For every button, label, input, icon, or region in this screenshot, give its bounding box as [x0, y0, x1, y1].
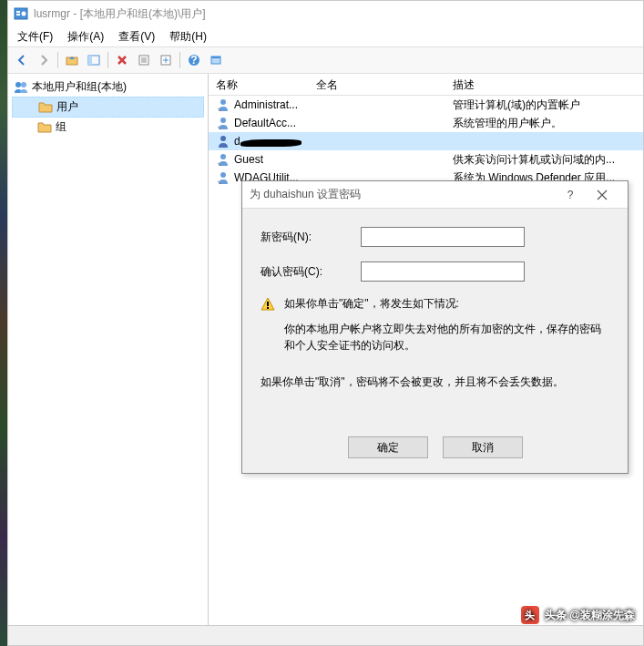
window-title: lusrmgr - [本地用户和组(本地)\用户]: [34, 6, 206, 22]
export-button[interactable]: [156, 50, 176, 70]
confirm-password-label: 确认密码(C):: [261, 264, 361, 280]
svg-rect-1: [16, 11, 20, 13]
refresh-button[interactable]: [134, 50, 154, 70]
user-name: Guest: [234, 153, 263, 166]
forward-button[interactable]: [34, 50, 54, 70]
redacted-scribble: [240, 139, 302, 147]
users-group-icon: [14, 80, 28, 95]
close-icon: [597, 190, 608, 200]
tree-groups[interactable]: 组: [12, 118, 204, 137]
user-icon: [216, 170, 230, 185]
svg-point-3: [22, 12, 26, 16]
list-row[interactable]: d: [209, 132, 643, 150]
list-header: 名称 全名 描述: [209, 74, 643, 96]
svg-point-13: [15, 82, 21, 87]
help-button[interactable]: ?: [184, 50, 204, 70]
dialog-titlebar: 为 duhaishun 设置密码 ?: [242, 181, 628, 209]
panel-button[interactable]: [84, 50, 104, 70]
svg-rect-2: [16, 14, 20, 15]
up-folder-button[interactable]: [62, 50, 82, 70]
svg-rect-12: [211, 56, 220, 58]
status-bar: [8, 625, 643, 645]
confirm-password-input[interactable]: [361, 261, 525, 282]
svg-point-15: [220, 99, 226, 105]
watermark-badge-icon: 头: [521, 606, 539, 624]
dialog-title: 为 duhaishun 设置密码: [250, 187, 557, 202]
svg-point-17: [220, 136, 226, 141]
svg-text:?: ?: [190, 54, 197, 67]
tree-groups-label: 组: [56, 119, 66, 135]
user-name: DefaultAcc...: [234, 117, 296, 129]
watermark-text: 头条 @装糊涂先森: [545, 608, 635, 623]
list-row[interactable]: DefaultAcc... 系统管理的用户帐户。: [209, 114, 643, 132]
info-text-1: 你的本地用户帐户将立即失去对他的所有加密的文件，保存的密码和个人安全证书的访问权…: [261, 321, 609, 354]
tree-users-label: 用户: [56, 99, 78, 115]
user-icon: [216, 116, 230, 130]
toolbar: ?: [8, 46, 643, 74]
svg-point-19: [220, 172, 226, 178]
user-icon: [216, 152, 230, 167]
user-description: 系统管理的用户帐户。: [445, 116, 643, 131]
tree-root-label: 本地用户和组(本地): [32, 79, 127, 95]
back-button[interactable]: [12, 50, 32, 70]
warning-text: 如果你单击"确定"，将发生如下情况:: [284, 296, 459, 312]
menu-help[interactable]: 帮助(H): [162, 27, 214, 46]
set-password-dialog: 为 duhaishun 设置密码 ? 新密码(N): 确认密码(C): 如果你单…: [241, 180, 629, 474]
app-icon: [14, 6, 28, 21]
cancel-button[interactable]: 取消: [443, 436, 523, 458]
user-icon: [216, 97, 230, 112]
new-password-input[interactable]: [361, 227, 525, 247]
menubar: 文件(F) 操作(A) 查看(V) 帮助(H): [8, 26, 643, 46]
svg-point-14: [21, 82, 26, 87]
menu-action[interactable]: 操作(A): [60, 27, 111, 46]
col-description[interactable]: 描述: [445, 74, 643, 95]
svg-point-18: [220, 154, 226, 159]
tree-pane: 本地用户和组(本地) 用户 组: [8, 74, 209, 625]
svg-point-16: [220, 118, 226, 123]
user-name: Administrat...: [234, 98, 298, 111]
watermark: 头 头条 @装糊涂先森: [521, 606, 635, 624]
svg-rect-6: [88, 56, 92, 65]
dialog-close-button[interactable]: [584, 182, 620, 208]
user-name: d: [234, 135, 240, 148]
user-description: 供来宾访问计算机或访问域的内...: [445, 152, 643, 168]
svg-rect-21: [267, 307, 269, 309]
warning-icon: [261, 297, 275, 312]
user-description: 管理计算机(域)的内置帐户: [445, 97, 643, 113]
list-row[interactable]: Administrat... 管理计算机(域)的内置帐户: [209, 96, 643, 114]
user-icon: [216, 134, 230, 149]
list-row[interactable]: Guest 供来宾访问计算机或访问域的内...: [209, 150, 643, 169]
new-password-label: 新密码(N):: [261, 230, 361, 245]
folder-icon: [37, 120, 52, 135]
svg-rect-20: [267, 302, 269, 306]
folder-icon: [38, 100, 53, 115]
col-fullname[interactable]: 全名: [309, 74, 445, 95]
menu-file[interactable]: 文件(F): [10, 27, 60, 46]
ok-button[interactable]: 确定: [348, 436, 428, 458]
col-name[interactable]: 名称: [209, 74, 309, 95]
tree-users[interactable]: 用户: [12, 97, 204, 118]
dialog-help-button[interactable]: ?: [557, 182, 584, 208]
info-text-2: 如果你单击"取消"，密码将不会被更改，并且将不会丢失数据。: [261, 374, 609, 390]
tree-root[interactable]: 本地用户和组(本地): [12, 77, 204, 97]
window-titlebar: lusrmgr - [本地用户和组(本地)\用户]: [8, 1, 643, 26]
window-button[interactable]: [206, 50, 226, 70]
menu-view[interactable]: 查看(V): [111, 27, 162, 46]
delete-button[interactable]: [112, 50, 132, 70]
